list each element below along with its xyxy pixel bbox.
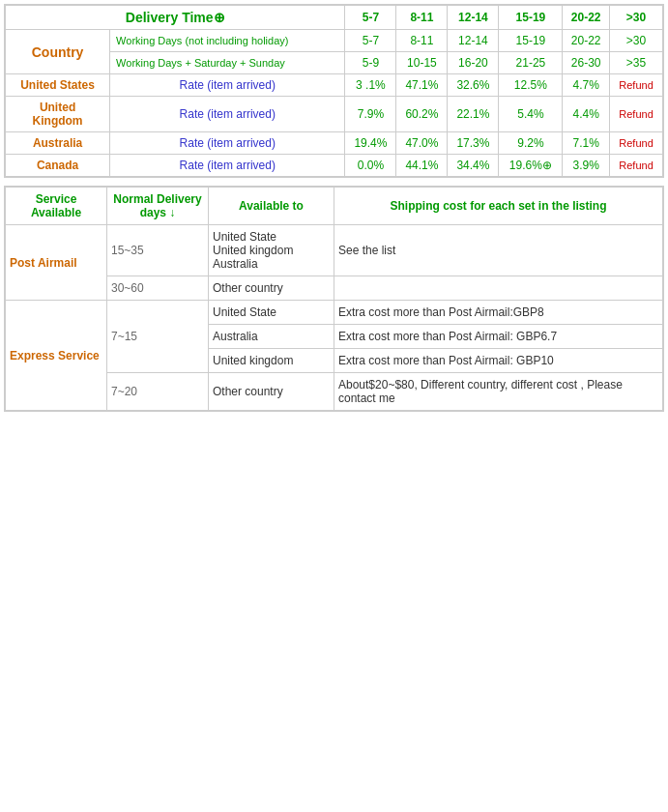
uk-v5: 4.4% xyxy=(563,97,610,132)
country-ca: Canada xyxy=(6,155,110,177)
uk-v3: 22.1% xyxy=(448,97,499,132)
rate-label-ca: Rate (item arrived) xyxy=(110,155,345,177)
post-airmail-dest-2: Other country xyxy=(209,276,334,301)
wds-21-25: 21-25 xyxy=(499,52,563,74)
range-gt30: >30 xyxy=(610,6,663,30)
range-20-22: 20-22 xyxy=(563,6,610,30)
ca-v1: 0.0% xyxy=(345,155,396,177)
ca-v4: 19.6%⊕ xyxy=(499,155,563,177)
us-v4: 12.5% xyxy=(499,74,563,97)
rate-label-au: Rate (item arrived) xyxy=(110,132,345,155)
table1-title: Delivery Time⊕ xyxy=(126,10,225,25)
uk-v1: 7.9% xyxy=(345,97,396,132)
uk-v4: 5.4% xyxy=(499,97,563,132)
country-au: Australia xyxy=(6,132,110,155)
header-available-to: Available to xyxy=(209,188,334,225)
us-v2: 47.1% xyxy=(396,74,448,97)
post-airmail-cost-2 xyxy=(334,276,663,301)
range-12-14: 12-14 xyxy=(448,6,499,30)
au-v4: 9.2% xyxy=(499,132,563,155)
ca-v5: 3.9% xyxy=(563,155,610,177)
express-cost-uk: Extra cost more than Post Airmail: GBP10 xyxy=(334,349,663,373)
ca-v2: 44.1% xyxy=(396,155,448,177)
us-v6: Refund xyxy=(610,74,663,97)
wds-16-20: 16-20 xyxy=(448,52,499,74)
post-airmail-dest-1: United StateUnited kingdomAustralia xyxy=(209,225,334,276)
range-5-7: 5-7 xyxy=(345,6,396,30)
delivery-time-table: Delivery Time⊕ 5-7 8-11 12-14 15-19 20-2… xyxy=(4,4,664,178)
au-v1: 19.4% xyxy=(345,132,396,155)
express-dest-au: Australia xyxy=(209,325,334,349)
shipping-service-table: Service Available Normal Delivery days ↓… xyxy=(4,186,664,412)
wd-gt30: >30 xyxy=(610,30,663,52)
express-cost-other: About$20~$80, Different country, differe… xyxy=(334,373,663,411)
rate-label-uk: Rate (item arrived) xyxy=(110,97,345,132)
uk-v6: Refund xyxy=(610,97,663,132)
au-v2: 47.0% xyxy=(396,132,448,155)
wd-5-7: 5-7 xyxy=(345,30,396,52)
wd-8-11: 8-11 xyxy=(396,30,448,52)
wd-15-19: 15-19 xyxy=(499,30,563,52)
post-airmail-days-1: 15~35 xyxy=(107,225,209,276)
working-days-label: Working Days (not including holiday) xyxy=(110,30,345,52)
post-airmail-row: Post Airmail 15~35 United StateUnited ki… xyxy=(6,225,663,276)
au-v3: 17.3% xyxy=(448,132,499,155)
ca-v6: Refund xyxy=(610,155,663,177)
header-shipping-cost: Shipping cost for each set in the listin… xyxy=(334,188,663,225)
au-v6: Refund xyxy=(610,132,663,155)
uk-v2: 60.2% xyxy=(396,97,448,132)
express-dest-other: Other country xyxy=(209,373,334,411)
express-service-label: Express Service xyxy=(6,301,107,411)
post-airmail-cost-1: See the list xyxy=(334,225,663,276)
express-days-2: 7~20 xyxy=(107,373,209,411)
header-normal-days: Normal Delivery days ↓ xyxy=(107,188,209,225)
express-days-1: 7~15 xyxy=(107,301,209,373)
express-cost-us: Extra cost more than Post Airmail:GBP8 xyxy=(334,301,663,325)
wds-26-30: 26-30 xyxy=(563,52,610,74)
post-airmail-service: Post Airmail xyxy=(6,225,107,301)
country-header: Country xyxy=(6,30,110,74)
header-service: Service Available xyxy=(6,188,107,225)
us-v5: 4.7% xyxy=(563,74,610,97)
country-us: United States xyxy=(6,74,110,97)
wds-10-15: 10-15 xyxy=(396,52,448,74)
us-v1: 3 .1% xyxy=(345,74,396,97)
ca-v3: 34.4% xyxy=(448,155,499,177)
express-service-row-us: Express Service 7~15 United State Extra … xyxy=(6,301,663,325)
wd-20-22: 20-22 xyxy=(563,30,610,52)
range-15-19: 15-19 xyxy=(499,6,563,30)
rate-label-us: Rate (item arrived) xyxy=(110,74,345,97)
working-days-sat-sun-label: Working Days + Saturday + Sunday xyxy=(110,52,345,74)
express-cost-au: Extra cost more than Post Airmail: GBP6.… xyxy=(334,325,663,349)
express-dest-uk: United kingdom xyxy=(209,349,334,373)
express-dest-us: United State xyxy=(209,301,334,325)
au-v5: 7.1% xyxy=(563,132,610,155)
country-uk: UnitedKingdom xyxy=(6,97,110,132)
wds-5-9: 5-9 xyxy=(345,52,396,74)
us-v3: 32.6% xyxy=(448,74,499,97)
wds-gt35: >35 xyxy=(610,52,663,74)
wd-12-14: 12-14 xyxy=(448,30,499,52)
range-8-11: 8-11 xyxy=(396,6,448,30)
post-airmail-days-2: 30~60 xyxy=(107,276,209,301)
